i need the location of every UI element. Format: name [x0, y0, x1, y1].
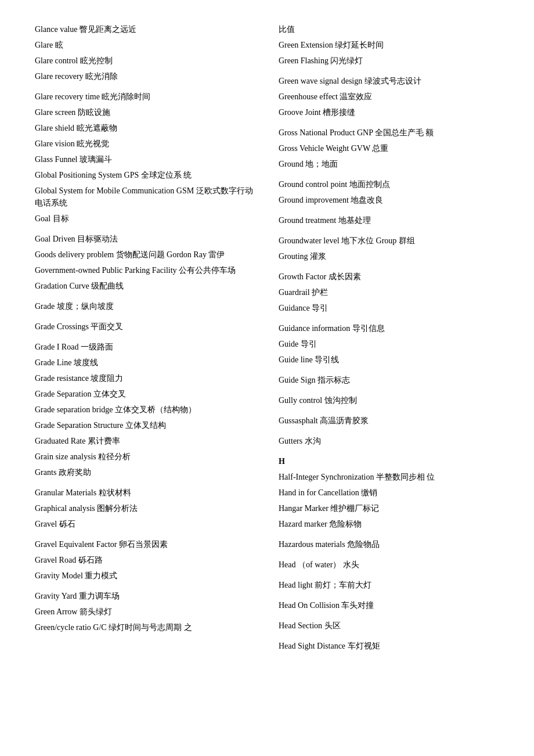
list-item: Gravel 砾石 [35, 518, 255, 530]
list-item: Gravity Model 重力模式 [35, 570, 255, 582]
list-item: Grade Separation 立体交叉 [35, 388, 255, 400]
list-item: Guide Sign 指示标志 [279, 374, 499, 386]
list-item: Grade resistance 坡度阻力 [35, 372, 255, 384]
list-item: Greenhouse effect 温室效应 [279, 91, 499, 103]
list-item: Gradation Curve 级配曲线 [35, 280, 255, 292]
right-column: 比值Green Extension 绿灯延长时间Green Flashing 闪… [279, 23, 499, 656]
list-item: Green Extension 绿灯延长时间 [279, 39, 499, 51]
main-content: Glance value 瞥见距离之远近Glare 眩Glare control… [35, 23, 499, 656]
list-item: Glare recovery 眩光消除 [35, 70, 255, 82]
list-item: Guardrail 护栏 [279, 286, 499, 298]
section-letter: H [279, 455, 499, 467]
list-item: Guidance information 导引信息 [279, 322, 499, 334]
list-item: Head （of water） 水头 [279, 559, 499, 571]
list-item: Glare recovery time 眩光消除时间 [35, 91, 255, 103]
list-item: Guide 导引 [279, 338, 499, 350]
list-item: Gravity Yard 重力调车场 [35, 590, 255, 602]
list-item: Hazard marker 危险标物 [279, 518, 499, 530]
list-item: Granular Materials 粒状材料 [35, 487, 255, 499]
list-item: Glare control 眩光控制 [35, 55, 255, 67]
list-item: Green wave signal design 绿波式号志设计 [279, 75, 499, 87]
list-item: Head Section 头区 [279, 620, 499, 632]
list-item: Groove Joint 槽形接缝 [279, 106, 499, 118]
list-item: Head light 前灯；车前大灯 [279, 579, 499, 591]
list-item: Graphical analysis 图解分析法 [35, 502, 255, 514]
list-item: Glance value 瞥见距离之远近 [35, 23, 255, 35]
list-item: Head Sight Distance 车灯视矩 [279, 640, 499, 652]
list-item: Grade 坡度；纵向坡度 [35, 300, 255, 312]
list-item: Hazardous materials 危险物品 [279, 538, 499, 550]
list-item: Government-owned Public Parking Facility… [35, 264, 255, 276]
list-item: Ground treatment 地基处理 [279, 214, 499, 226]
list-item: Growth Factor 成长因素 [279, 271, 499, 283]
list-item: Glare 眩 [35, 39, 255, 51]
list-item: Ground control point 地面控制点 [279, 178, 499, 190]
list-item: Grouting 灌浆 [279, 250, 499, 262]
list-item: Glare shield 眩光遮蔽物 [35, 122, 255, 134]
list-item: Grants 政府奖助 [35, 466, 255, 478]
list-item: Guidance 导引 [279, 302, 499, 314]
list-item: Green/cycle ratio G/C 绿灯时间与号志周期 之 [35, 621, 255, 633]
list-item: Grade Line 坡度线 [35, 357, 255, 369]
list-item: Global Positioning System GPS 全球定位系 统 [35, 169, 255, 181]
list-item: Goods delivery problem 货物配送问题 Gordon Ray… [35, 249, 255, 261]
list-item: Ground 地；地面 [279, 158, 499, 170]
list-item: Gross National Product GNP 全国总生产毛 额 [279, 127, 499, 139]
list-item: Global System for Mobile Communication G… [35, 185, 255, 209]
left-column: Glance value 瞥见距离之远近Glare 眩Glare control… [35, 23, 255, 656]
list-item: Grain size analysis 粒径分析 [35, 451, 255, 463]
list-item: Glare vision 眩光视觉 [35, 138, 255, 150]
list-item: Gravel Road 砾石路 [35, 554, 255, 566]
list-item: Groundwater level 地下水位 Group 群组 [279, 235, 499, 247]
list-item: Head On Collision 车头对撞 [279, 599, 499, 611]
list-item: Green Flashing 闪光绿灯 [279, 55, 499, 67]
list-item: Guide line 导引线 [279, 354, 499, 366]
list-item: Hand in for Cancellation 缴销 [279, 487, 499, 499]
list-item: Gutters 水沟 [279, 435, 499, 447]
list-item: Gussasphalt 高温沥青胶浆 [279, 415, 499, 427]
list-item: Gully control 蚀沟控制 [279, 394, 499, 406]
list-item: Gross Vehicle Weight GVW 总重 [279, 142, 499, 154]
list-item: Gravel Equivalent Factor 卵石当景因素 [35, 538, 255, 550]
list-item: Grade Crossings 平面交叉 [35, 321, 255, 333]
list-item: Goal Driven 目标驱动法 [35, 233, 255, 245]
list-item: Graduated Rate 累计费率 [35, 435, 255, 447]
list-item: Grade separation bridge 立体交叉桥（结构物） [35, 404, 255, 416]
list-item: Grade Separation Structure 立体叉结构 [35, 419, 255, 431]
list-item: 比值 [279, 23, 499, 35]
list-item: Glass Funnel 玻璃漏斗 [35, 153, 255, 165]
list-item: Glare screen 防眩设施 [35, 106, 255, 118]
list-item: Grade I Road 一级路面 [35, 341, 255, 353]
list-item: Half-Integer Synchronization 半整数同步相 位 [279, 471, 499, 483]
list-item: Ground improvement 地盘改良 [279, 194, 499, 206]
list-item: Green Arrow 箭头绿灯 [35, 606, 255, 618]
list-item: Hangar Marker 维护棚厂标记 [279, 502, 499, 514]
list-item: Goal 目标 [35, 213, 255, 225]
